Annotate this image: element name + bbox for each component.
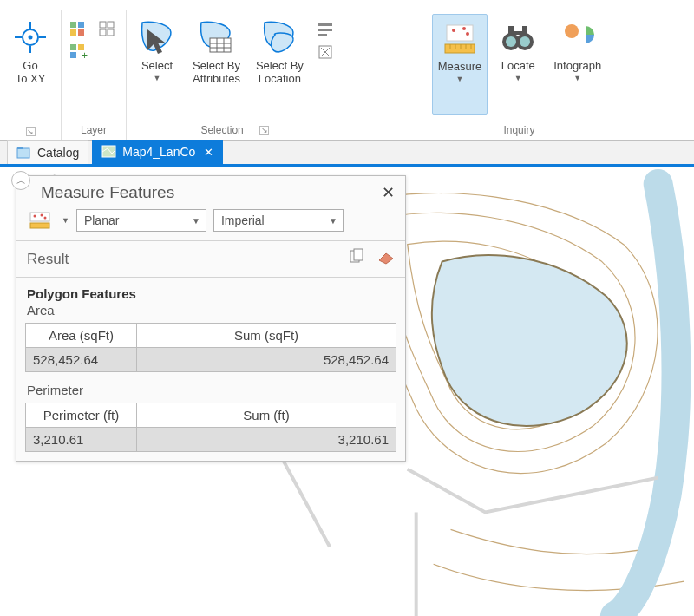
chevron-down-icon[interactable]: ▼	[62, 216, 69, 225]
svg-rect-16	[100, 29, 106, 36]
measure-mode-button[interactable]	[27, 210, 55, 231]
svg-rect-47	[17, 148, 29, 158]
svg-rect-57	[354, 249, 363, 260]
tab-catalog-label: Catalog	[37, 146, 79, 160]
swatch-grid-icon	[99, 21, 118, 38]
ribbon-tab-strip	[0, 0, 694, 10]
select-location-icon	[259, 17, 299, 57]
svg-rect-18	[210, 38, 231, 52]
perimeter-sum-value: 3,210.61	[137, 428, 396, 452]
chevron-down-icon: ▼	[329, 216, 337, 226]
svg-rect-48	[17, 147, 23, 149]
svg-point-31	[462, 27, 466, 30]
svg-point-1	[29, 36, 33, 40]
measure-features-pane: ︿ Measure Features ✕ ▼ Planar ▼ Imperial…	[16, 175, 406, 462]
result-label: Result	[27, 251, 69, 268]
svg-rect-23	[318, 23, 332, 26]
measure-button[interactable]: Measure ▼	[432, 14, 488, 115]
eraser-icon	[376, 248, 395, 265]
area-col1-header: Area (sqFt)	[26, 324, 137, 348]
collapse-toggle[interactable]: ︿	[11, 171, 30, 190]
clear-result-button[interactable]	[376, 248, 395, 270]
polygon-features-heading: Polygon Features	[16, 278, 405, 301]
layer-palette-1-button[interactable]	[67, 19, 91, 40]
pane-title: Measure Features	[41, 183, 174, 202]
svg-rect-55	[30, 223, 49, 228]
svg-rect-15	[108, 22, 114, 28]
layer-swatches-button[interactable]	[96, 19, 121, 40]
binoculars-icon	[498, 17, 538, 57]
ribbon-group-navigation: Go To XY ↘	[0, 10, 61, 140]
perimeter-col1-header: Perimeter (ft)	[26, 403, 137, 428]
chevron-down-icon: ▼	[154, 74, 161, 82]
select-by-location-button[interactable]: Select By Location	[251, 14, 309, 115]
infographics-button[interactable]: Infograph ▼	[548, 14, 606, 115]
measure-units-value: Imperial	[221, 213, 265, 227]
add-grid-icon: +	[69, 43, 88, 61]
perimeter-value: 3,210.61	[26, 428, 137, 452]
perimeter-col2-header: Sum (ft)	[137, 403, 396, 428]
select-label: Select	[141, 59, 173, 72]
chevron-down-icon: ▼	[455, 75, 463, 83]
catalog-icon	[16, 146, 32, 160]
go-to-xy-button[interactable]: Go To XY	[5, 14, 56, 115]
select-cursor-icon	[137, 17, 177, 57]
perimeter-heading: Perimeter	[16, 381, 405, 403]
tab-map-label: Map4_LanCo	[122, 145, 195, 159]
svg-point-41	[506, 36, 516, 47]
perimeter-table: Perimeter (ft) Sum (ft) 3,210.61 3,210.6…	[25, 403, 396, 452]
svg-rect-44	[522, 26, 527, 35]
ruler-icon	[29, 212, 52, 229]
svg-point-53	[41, 214, 43, 217]
select-by-attributes-button[interactable]: Select By Attributes	[187, 14, 246, 115]
select-button[interactable]: Select ▼	[132, 14, 182, 115]
svg-rect-51	[30, 213, 49, 221]
svg-rect-10	[70, 44, 76, 50]
list-icon	[318, 22, 335, 37]
svg-rect-45	[514, 31, 522, 35]
clear-selection-icon	[318, 44, 335, 60]
svg-rect-12	[70, 52, 76, 58]
close-icon[interactable]: ✕	[382, 183, 395, 202]
area-col2-header: Sum (sqFt)	[137, 324, 396, 348]
selection-options-button[interactable]	[314, 19, 338, 40]
clear-selection-button[interactable]	[314, 42, 338, 62]
layer-palette-2-button[interactable]: +	[67, 42, 91, 62]
svg-text:+: +	[82, 49, 88, 61]
measure-units-combo[interactable]: Imperial ▼	[213, 209, 344, 232]
svg-point-42	[520, 36, 530, 47]
map-view[interactable]: ︿ Measure Features ✕ ▼ Planar ▼ Imperial…	[0, 167, 694, 616]
close-icon[interactable]: ✕	[204, 146, 213, 159]
chevron-up-icon: ︿	[16, 174, 26, 187]
dialog-launcher-icon[interactable]: ↘	[26, 127, 36, 136]
select-attributes-icon	[196, 17, 236, 57]
svg-rect-17	[108, 29, 114, 36]
ribbon-group-inquiry: Measure ▼ Locate ▼	[344, 10, 694, 140]
dialog-launcher-icon[interactable]: ↘	[259, 126, 269, 135]
area-table: Area (sqFt) Sum (sqFt) 528,452.64 528,45…	[25, 323, 396, 372]
infographics-icon	[558, 17, 598, 57]
measure-method-combo[interactable]: Planar ▼	[76, 209, 206, 232]
map-icon	[101, 145, 117, 159]
ribbon-group-selection: Select ▼ Select By Attributes	[126, 10, 344, 140]
ribbon-group-layer: + Layer	[61, 10, 126, 140]
locate-button[interactable]: Locate ▼	[493, 14, 543, 115]
svg-rect-24	[318, 29, 332, 31]
area-value: 528,452.64	[26, 348, 137, 372]
ribbon-group-inquiry-label: Inquiry	[503, 124, 534, 136]
copy-icon	[348, 248, 365, 265]
document-tab-bar: Catalog Map4_LanCo ✕	[0, 141, 694, 167]
tab-catalog[interactable]: Catalog	[7, 140, 88, 164]
area-heading: Area	[16, 301, 405, 323]
go-to-xy-label: Go To XY	[16, 59, 46, 85]
svg-rect-6	[70, 22, 76, 28]
chevron-down-icon: ▼	[192, 216, 200, 226]
infographics-label: Infograph	[553, 59, 601, 72]
svg-rect-49	[102, 146, 115, 157]
copy-result-button[interactable]	[348, 248, 365, 270]
svg-rect-33	[445, 44, 475, 53]
tab-map[interactable]: Map4_LanCo ✕	[92, 140, 223, 164]
ribbon-group-layer-label: Layer	[81, 124, 107, 136]
svg-point-52	[34, 215, 36, 218]
select-by-location-label: Select By Location	[256, 59, 304, 85]
